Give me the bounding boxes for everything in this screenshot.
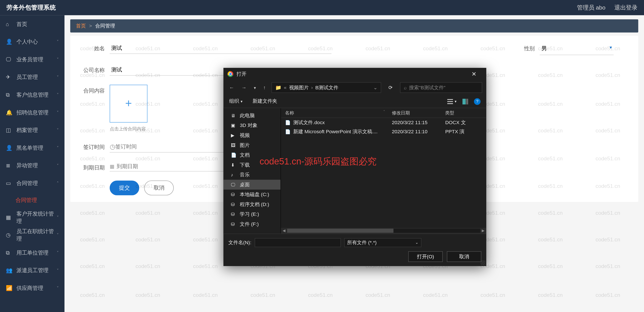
file-row[interactable]: 📄新建 Microsoft PowerPoint 演示文稿....2020/3/…: [281, 127, 486, 136]
chevron-down-icon: ˅: [57, 233, 59, 237]
sidebar-item-8[interactable]: ≣异动管理˅: [0, 157, 64, 175]
gender-label: 性别: [508, 42, 535, 52]
topbar: 劳务外包管理系统 管理员 abo 退出登录: [0, 0, 644, 15]
header-name[interactable]: 名称˄: [281, 110, 388, 116]
user-info: 管理员 abo 退出登录: [570, 4, 637, 11]
user-icon: 👤: [6, 145, 12, 151]
preview-pane-button[interactable]: [462, 99, 468, 104]
path-bar[interactable]: 📁 « 视频图片 › B测试文件 ⌄: [272, 82, 381, 93]
sidebar-item-1[interactable]: 👤个人中心˅: [0, 33, 64, 51]
scroll-left-icon[interactable]: ◀: [282, 229, 286, 233]
gender-select[interactable]: 男 ▾: [540, 42, 614, 55]
tree-item-9[interactable]: ⛁程序文档 (D:): [223, 200, 280, 210]
signal-icon: 📶: [6, 285, 12, 291]
sidebar-item-11[interactable]: ◷员工在职统计管理˅: [0, 226, 64, 244]
file-filter-select[interactable]: 所有文件 (*.*) ⌄: [344, 238, 421, 247]
desktop-icon: 🖵: [231, 182, 237, 187]
resize-grip[interactable]: [480, 260, 486, 265]
sidebar-item-6[interactable]: ◫档案管理˅: [0, 121, 64, 139]
sidebar-item-label: 黑名单管理: [16, 144, 57, 151]
tree-item-2[interactable]: ▶视频: [223, 130, 280, 140]
header-date[interactable]: 修改日期: [388, 110, 441, 116]
scrollbar-thumb[interactable]: [287, 229, 394, 233]
sidebar-item-14[interactable]: 📶供应商管理˅: [0, 279, 64, 297]
drive-icon: ⛁: [231, 202, 237, 207]
scroll-right-icon[interactable]: ▶: [482, 229, 484, 233]
close-icon[interactable]: ✕: [466, 71, 482, 77]
tree-item-7[interactable]: 🖵桌面: [223, 180, 280, 190]
sidebar-item-label: 客户开发统计管理: [16, 210, 57, 225]
svg-rect-0: [447, 99, 453, 100]
sidebar-subitem[interactable]: 合同管理: [0, 192, 64, 208]
tree-item-10[interactable]: ⛁学习 (E:): [223, 209, 280, 219]
send-icon: ✈: [6, 74, 12, 80]
dialog-titlebar[interactable]: 打开 ✕: [223, 68, 486, 80]
app-title: 劳务外包管理系统: [6, 4, 56, 12]
path-seg-2[interactable]: B测试文件: [315, 84, 338, 91]
header-type[interactable]: 类型: [441, 110, 486, 116]
name-input[interactable]: [110, 42, 332, 54]
open-button[interactable]: 打开(O): [408, 251, 443, 262]
chevron-down-icon: ˅: [57, 145, 59, 150]
filename-input[interactable]: [255, 238, 341, 247]
sidebar-item-7[interactable]: 👤黑名单管理˅: [0, 139, 64, 157]
user-icon: 👤: [6, 39, 12, 45]
admin-label[interactable]: 管理员 abo: [577, 4, 605, 11]
sidebar-item-5[interactable]: 🔔招聘信息管理˅: [0, 104, 64, 121]
chevron-left-icon: «: [284, 85, 286, 91]
tree-item-8[interactable]: ⛁本地磁盘 (C:): [223, 190, 280, 200]
organize-button[interactable]: 组织 ▾: [229, 98, 243, 105]
nav-back-icon[interactable]: ←: [228, 83, 236, 92]
upload-box[interactable]: +: [110, 85, 148, 123]
nav-recent-icon[interactable]: ▾: [252, 84, 258, 91]
path-seg-1[interactable]: 视频图片: [289, 84, 309, 91]
sidebar-item-12[interactable]: ⧉用工单位管理˅: [0, 244, 64, 261]
sort-icon: ˄: [383, 110, 385, 114]
tree-item-3[interactable]: 🖼图片: [223, 140, 280, 150]
search-placeholder: 搜索"B测试文件": [409, 84, 445, 91]
3d-icon: ▣: [231, 123, 237, 128]
help-icon[interactable]: ?: [474, 98, 480, 105]
nav-forward-icon[interactable]: →: [240, 83, 248, 92]
file-name: 新建 Microsoft PowerPoint 演示文稿....: [293, 128, 378, 134]
tree-item-6[interactable]: ♪音乐: [223, 170, 280, 180]
calendar-icon: ▦: [110, 163, 114, 169]
sidebar-item-9[interactable]: ▭合同管理˄: [0, 175, 64, 192]
sidebar-item-13[interactable]: 👥派遣员工管理˅: [0, 261, 64, 279]
tree-item-1[interactable]: ▣3D 对象: [223, 120, 280, 130]
chevron-down-icon: ⌄: [415, 240, 418, 245]
cancel-button[interactable]: 取消: [144, 181, 174, 195]
plus-icon: +: [125, 97, 132, 110]
logout-link[interactable]: 退出登录: [614, 4, 637, 11]
tree-item-label: 下载: [240, 162, 250, 168]
chevron-down-icon[interactable]: ⌄: [373, 85, 378, 91]
nav-up-icon[interactable]: ↑: [262, 83, 268, 92]
breadcrumb-home[interactable]: 首页: [76, 22, 86, 29]
sidebar-item-10[interactable]: ▦客户开发统计管理˅: [0, 208, 64, 226]
sidebar-item-label: 异动管理: [16, 162, 57, 169]
sidebar-item-3[interactable]: ✈员工管理˅: [0, 68, 64, 86]
submit-button[interactable]: 提交: [110, 181, 139, 195]
search-input[interactable]: ⌕ 搜索"B测试文件": [400, 82, 482, 93]
folder-tree[interactable]: 🖥此电脑▣3D 对象▶视频🖼图片📄文档⬇下载♪音乐🖵桌面⛁本地磁盘 (C:)⛁程…: [223, 108, 281, 234]
new-folder-button[interactable]: 新建文件夹: [252, 98, 277, 105]
sidebar-item-0[interactable]: ⌂首页: [0, 15, 64, 33]
tree-item-11[interactable]: ⛁文件 (F:): [223, 219, 280, 229]
dialog-cancel-button[interactable]: 取消: [447, 251, 481, 262]
file-list-headers[interactable]: 名称˄ 修改日期 类型: [281, 108, 486, 118]
chrome-icon: [228, 71, 233, 77]
tree-item-0[interactable]: 🖥此电脑: [223, 111, 280, 121]
sidebar-item-2[interactable]: 🖵业务员管理˅: [0, 51, 64, 68]
file-list[interactable]: 📄测试文件.docx2020/3/22 11:15DOCX 文📄新建 Micro…: [281, 118, 486, 228]
image-icon: 🖼: [231, 143, 237, 148]
tree-item-label: 桌面: [240, 181, 250, 188]
sidebar-item-4[interactable]: ⧉客户信息管理˅: [0, 86, 64, 104]
view-mode-button[interactable]: ▾: [447, 99, 457, 104]
file-icon: 📄: [285, 129, 291, 134]
refresh-icon[interactable]: ⟳: [385, 83, 396, 92]
horizontal-scrollbar[interactable]: ◀ ▶: [281, 228, 486, 234]
chevron-down-icon: ˅: [57, 250, 59, 255]
sidebar-item-label: 招聘信息管理: [16, 109, 57, 116]
file-row[interactable]: 📄测试文件.docx2020/3/22 11:15DOCX 文: [281, 118, 486, 127]
drive-icon: ⛁: [231, 212, 237, 217]
